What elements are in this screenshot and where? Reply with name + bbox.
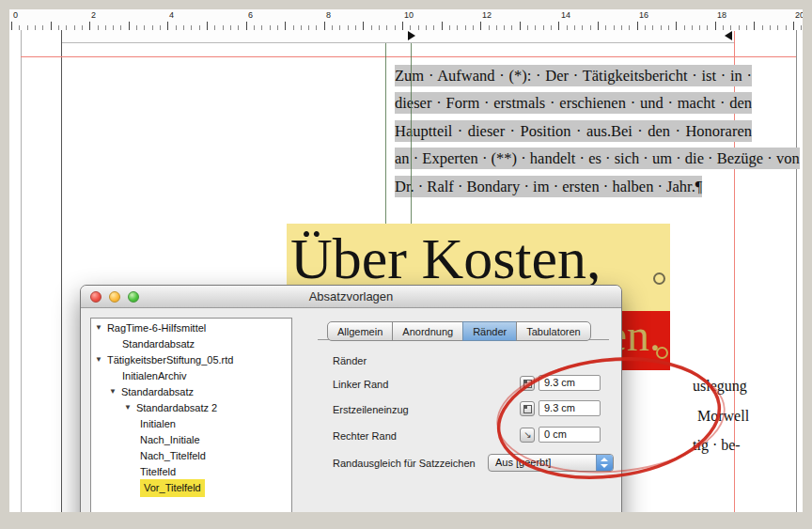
disclosure-triangle-icon[interactable]: ▼	[95, 351, 102, 367]
column-text-fragment: Morwell	[697, 408, 749, 425]
tab-anordnung[interactable]: Anordnung	[392, 321, 463, 341]
tab-bar: Allgemein Anordnung Ränder Tabulatoren	[327, 321, 591, 341]
right-margin-marker-icon[interactable]	[725, 31, 732, 40]
text-frame-ruler	[62, 30, 734, 43]
frame-handle[interactable]	[656, 347, 668, 359]
ruler-number: 8	[326, 10, 331, 20]
page-left-edge	[61, 30, 62, 512]
vertical-guide-green	[411, 43, 412, 224]
ruler-number: 2	[91, 10, 96, 20]
disclosure-triangle-icon[interactable]: ▼	[109, 383, 117, 399]
ruler-number: 0	[13, 10, 18, 20]
indent-marker-icon[interactable]	[408, 31, 415, 40]
disclosure-triangle-icon[interactable]: ▼	[124, 399, 132, 415]
screenshot-frame	[0, 0, 9, 529]
popup-selected-value: Aus [geerbt]	[495, 457, 551, 468]
ruler-number: 4	[169, 10, 174, 20]
field-label-erstzeileneinzug: Erstzeileneinzug	[333, 404, 409, 415]
screenshot-frame	[0, 0, 812, 9]
diagonal-arrow-icon: ↘	[522, 428, 534, 441]
text-line: Hauptteil · dieser · Position · aus.Bei …	[395, 117, 752, 145]
dialog-titlebar[interactable]: Absatzvorlagen	[81, 286, 621, 308]
text-line: Dr. · Ralf · Bondary · im · ersten · hal…	[395, 173, 752, 200]
disclosure-triangle-icon[interactable]: ▼	[95, 319, 102, 335]
group-title: Ränder	[333, 355, 367, 366]
field-label-rechter-rand: Rechter Rand	[333, 430, 397, 442]
ruler-number: 16	[639, 10, 648, 20]
paragraph-styles-dialog: Absatzvorlagen ▼RagTime-6-Hilfsmittel St…	[80, 285, 622, 529]
ruler-number: 12	[482, 10, 492, 20]
tree-item[interactable]: ▼TätigkeitsberStiftung_05.rtd	[91, 352, 291, 368]
dialog-title: Absatzvorlagen	[81, 289, 621, 303]
ruler-number: 10	[404, 10, 414, 20]
margin-square-icon	[523, 405, 532, 413]
frame-handle[interactable]	[653, 272, 665, 285]
margin-square-icon	[523, 380, 532, 388]
paragraph-text-block[interactable]: Zum · Aufwand · (*): · Der · Tätigkeitsb…	[395, 62, 752, 200]
style-tree-list: ▼RagTime-6-Hilfsmittel Standardabsatz ▼T…	[90, 318, 292, 529]
tree-item[interactable]: ▼Standardabsatz 2	[91, 400, 291, 416]
randausgleich-popup[interactable]: Aus [geerbt]	[488, 454, 614, 472]
ruler-number: 18	[717, 10, 726, 20]
tree-item-selected[interactable]: Vor_Titelfeld	[91, 480, 291, 496]
tree-item[interactable]: Nach_Titelfeld	[91, 448, 291, 464]
text-line: Zum · Aufwand · (*): · Der · Tätigkeitsb…	[395, 62, 752, 89]
screenshot-frame	[0, 512, 812, 529]
tab-allgemein[interactable]: Allgemein	[327, 321, 393, 341]
tree-item[interactable]: Nach_Initiale	[91, 432, 291, 448]
erstzeileneinzug-input[interactable]: 9.3 cm	[539, 400, 601, 416]
margin-mode-button[interactable]: ↘	[520, 428, 535, 443]
ruler-major-ticks	[11, 22, 803, 30]
column-text-fragment: uslegung	[693, 378, 747, 395]
tree-item[interactable]: ▼RagTime-6-Hilfsmittel	[91, 320, 291, 336]
linker-rand-input[interactable]: 9.3 cm	[539, 375, 601, 391]
tab-raender[interactable]: Ränder	[462, 321, 517, 341]
arrow-down-icon	[601, 464, 608, 468]
tree-item[interactable]: Standardabsatz	[91, 336, 291, 352]
left-window-edge	[21, 30, 22, 512]
popup-stepper-icon	[596, 455, 613, 471]
screenshot-root: 0 2 4 6 8 10 12 14 16 18 20 Zum	[0, 0, 812, 529]
tree-item[interactable]: Titelfeld	[91, 464, 291, 480]
vertical-guide-green	[385, 43, 386, 224]
rechter-rand-input[interactable]: 0 cm	[539, 427, 601, 443]
text-line: an · Experten · (**) · handelt · es · si…	[395, 145, 752, 172]
margin-mode-button[interactable]	[520, 376, 535, 391]
tree-item[interactable]: Initialen	[91, 416, 291, 432]
margin-mode-button[interactable]	[520, 401, 535, 416]
ruler-number: 6	[248, 10, 253, 20]
arrow-up-icon	[601, 458, 608, 461]
column-text-fragment: tig · be-	[693, 437, 741, 454]
screenshot-frame	[803, 0, 812, 529]
field-label-linker-rand: Linker Rand	[333, 379, 388, 390]
ruler-number: 14	[561, 10, 570, 20]
tree-item[interactable]: ▼Standardabsatz	[91, 384, 291, 400]
tree-item[interactable]: InitialenArchiv	[91, 368, 291, 384]
text-line: dieser · Form · erstmals · erschienen · …	[395, 89, 752, 117]
field-label-randausgleich: Randausgleich für Satzzeichen	[333, 458, 476, 469]
horizontal-guide	[21, 56, 797, 57]
horizontal-ruler: 0 2 4 6 8 10 12 14 16 18 20	[9, 9, 803, 31]
title-text-large: Über Kosten,	[290, 229, 601, 288]
page-right-edge	[796, 30, 797, 512]
tab-tabulatoren[interactable]: Tabulatoren	[516, 321, 591, 341]
